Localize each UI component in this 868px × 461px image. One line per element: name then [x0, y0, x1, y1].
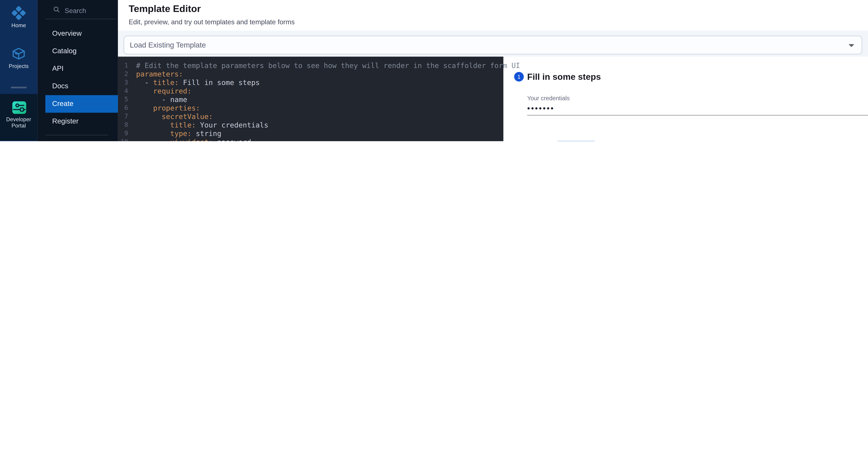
sidebar-item-api[interactable]: API — [37, 60, 118, 77]
line-number: 10 — [118, 137, 128, 141]
projects-icon — [11, 46, 26, 62]
step-number: 1 — [518, 73, 521, 80]
credentials-field-label: Your credentials — [527, 95, 570, 101]
module-item-projects[interactable]: Projects — [0, 46, 37, 69]
line-number: 1 — [118, 61, 128, 70]
load-template-select[interactable]: Load Existing Template — [124, 36, 862, 55]
code-line-content: ui:widget: password — [136, 137, 251, 141]
line-number: 2 — [118, 70, 128, 78]
developer-portal-icon — [11, 100, 26, 115]
module-item-label: Developer Portal — [2, 116, 35, 129]
code-line-content: type: string — [136, 129, 221, 137]
search-icon — [37, 6, 61, 16]
code-line-content: required: — [136, 87, 191, 95]
page-header: Template Editor Edit, preview, and try o… — [118, 0, 868, 31]
page-title: Template Editor — [129, 3, 201, 15]
line-number: 3 — [118, 78, 128, 87]
code-line-content: - title: Fill in some steps — [136, 78, 260, 87]
sidebar-item-overview[interactable]: Overview — [37, 25, 118, 42]
code-line-content: # Edit the template parameters below to … — [136, 61, 520, 70]
code-line-content: - name — [136, 95, 187, 104]
code-line-4[interactable]: 4 required: — [118, 87, 503, 95]
module-item-developer-portal[interactable]: Developer Portal — [0, 100, 37, 129]
step-badge: 1 — [514, 72, 524, 82]
sidebar-search[interactable]: Search — [37, 3, 118, 18]
line-number: 9 — [118, 129, 128, 137]
module-rail: HomeProjectsDeveloper PortalDeploymentsB… — [0, 0, 37, 141]
template-toolbar: Load Existing Template — [118, 31, 868, 57]
module-item-label: Home — [0, 22, 37, 28]
code-line-8[interactable]: 8 title: Your credentials — [118, 121, 503, 129]
line-number: 6 — [118, 104, 128, 112]
line-number: 5 — [118, 95, 128, 104]
home-icon — [11, 6, 26, 21]
code-line-10[interactable]: 10 ui:widget: password — [118, 137, 503, 141]
sidebar-divider — [45, 19, 116, 19]
portal-sidebar: Search OverviewCatalogAPIDocsCreateRegis… — [37, 0, 118, 141]
sidebar-item-admin[interactable]: Admin — [37, 140, 118, 141]
yaml-editor[interactable]: 1# Edit the template parameters below to… — [118, 57, 503, 141]
line-number: 4 — [118, 87, 128, 95]
code-line-content: properties: — [136, 104, 200, 112]
app-window: HomeProjectsDeveloper PortalDeploymentsB… — [0, 0, 868, 141]
sidebar-divider — [37, 130, 118, 140]
input-underline — [527, 115, 868, 116]
search-placeholder: Search — [65, 7, 86, 15]
step-title: Fill in some steps — [527, 72, 601, 82]
sidebar-item-docs[interactable]: Docs — [37, 77, 118, 95]
sidebar-item-create[interactable]: Create — [45, 95, 118, 113]
code-line-9[interactable]: 9 type: string — [118, 129, 503, 137]
sidebar-item-register[interactable]: Register — [37, 113, 118, 130]
module-item-label: Projects — [0, 63, 37, 69]
page-subtitle: Edit, preview, and try out templates and… — [129, 18, 294, 26]
select-arrow-icon — [848, 44, 854, 47]
code-line-3[interactable]: 3 - title: Fill in some steps — [118, 78, 503, 87]
code-line-2[interactable]: 2parameters: — [118, 70, 503, 78]
code-line-content: secretValue: — [136, 112, 213, 121]
load-template-placeholder: Load Existing Template — [130, 41, 206, 49]
form-preview-panel: 1 Fill in some steps Your credentials ••… — [503, 57, 868, 141]
code-line-1[interactable]: 1# Edit the template parameters below to… — [118, 61, 503, 70]
code-line-content: title: Your credentials — [136, 121, 268, 129]
module-item-home[interactable]: Home — [0, 6, 37, 28]
sidebar-item-catalog[interactable]: Catalog — [37, 42, 118, 60]
code-line-6[interactable]: 6 properties: — [118, 104, 503, 112]
line-number: 7 — [118, 112, 128, 121]
credentials-password-input[interactable]: ••••••• — [527, 104, 555, 113]
code-line-7[interactable]: 7 secretValue: — [118, 112, 503, 121]
code-line-5[interactable]: 5 - name — [118, 95, 503, 104]
code-line-content: parameters: — [136, 70, 183, 78]
rail-divider — [11, 87, 27, 89]
line-number: 8 — [118, 121, 128, 129]
